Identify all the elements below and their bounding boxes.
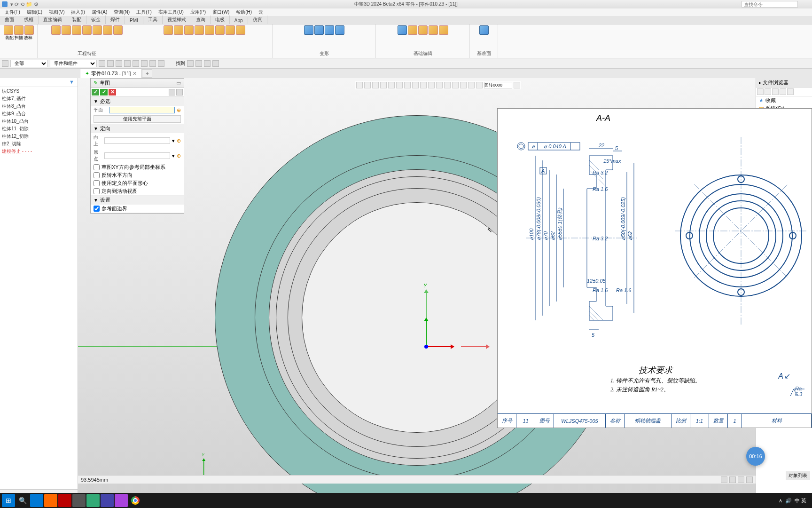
tb-btn[interactable]: [149, 60, 156, 67]
section-orient[interactable]: ▼ 定向: [91, 124, 184, 133]
dropdown-icon[interactable]: ▾: [172, 153, 175, 159]
rp-btn[interactable]: [780, 88, 786, 95]
tree-item[interactable]: 律2_切除: [0, 140, 78, 148]
status-btn[interactable]: [721, 476, 727, 483]
tab-weld[interactable]: 焊件: [106, 16, 125, 24]
command-search-input[interactable]: [742, 1, 798, 8]
dialog-title-bar[interactable]: ✎ 草图 ▭: [91, 79, 184, 88]
rp-btn[interactable]: [765, 88, 771, 95]
ribbon-item[interactable]: 放样: [24, 35, 32, 41]
tab-assembly[interactable]: 装配: [67, 16, 86, 24]
close-icon[interactable]: ✕: [133, 71, 137, 77]
tree-item[interactable]: 柱体9_凸台: [0, 110, 78, 118]
use-prev-plane-button[interactable]: 使用先前平面: [94, 115, 181, 123]
sketch-dialog[interactable]: ✎ 草图 ▭ ✓ ✓ ✕ ▼ 必选 平面 ⊕ 使用先前平面 ▼ 定向 向上 ▾⊕…: [90, 78, 184, 214]
filter-all-dropdown[interactable]: 全部: [10, 60, 48, 67]
ribbon-icon[interactable]: [103, 25, 112, 35]
dlg-help-btn[interactable]: [176, 89, 183, 95]
search-icon[interactable]: 🔍: [16, 494, 29, 507]
tb-btn[interactable]: [212, 60, 219, 67]
section-required[interactable]: ▼ 必选: [91, 97, 184, 106]
tab-pmi[interactable]: PMI: [125, 17, 143, 24]
tb-btn[interactable]: [107, 60, 114, 67]
check-reverse-h[interactable]: 反转水平方向: [91, 171, 184, 179]
tree-item[interactable]: 柱体8_凸台: [0, 103, 78, 110]
object-list-label[interactable]: 对象列表: [786, 471, 810, 480]
menu-edit[interactable]: 编辑(E): [24, 9, 45, 16]
tree-item[interactable]: 柱体7_基件: [0, 95, 78, 103]
tab-wire[interactable]: 线框: [19, 16, 39, 24]
vt-btn[interactable]: [364, 82, 371, 88]
menu-query[interactable]: 查询(N): [111, 9, 133, 16]
ribbon-icon[interactable]: [335, 25, 344, 35]
rp-btn[interactable]: [757, 88, 764, 95]
ribbon-icon[interactable]: [113, 25, 123, 35]
status-btn[interactable]: [729, 476, 736, 483]
menu-insert[interactable]: 插入(I): [68, 9, 87, 16]
task-app-icon[interactable]: [58, 494, 71, 507]
menu-view[interactable]: 视图(V): [46, 9, 67, 16]
tab-sim[interactable]: 仿真: [248, 16, 267, 24]
ribbon-icon[interactable]: [236, 25, 245, 35]
tray-icon[interactable]: 🔊: [785, 498, 792, 504]
tb-btn[interactable]: [187, 60, 194, 67]
picker-icon[interactable]: ⊕: [177, 107, 181, 113]
vt-btn[interactable]: [356, 82, 363, 88]
document-tab[interactable]: ✦ 零件010.Z3 - [11] ✕: [80, 69, 142, 79]
ribbon-icon[interactable]: [24, 25, 34, 35]
view-input[interactable]: [484, 82, 512, 88]
ok-button[interactable]: ✓: [92, 89, 99, 95]
ribbon-icon[interactable]: [164, 25, 173, 35]
check-ref-boundary[interactable]: 参考面边界: [91, 205, 184, 213]
ribbon-icon[interactable]: [304, 25, 313, 35]
windows-taskbar[interactable]: ⊞ 🔍 ∧ 🔊 中 英: [0, 493, 812, 508]
plane-input[interactable]: [109, 107, 175, 113]
up-input[interactable]: [104, 137, 170, 144]
tray-icon[interactable]: 中 英: [795, 497, 806, 504]
ribbon-icon[interactable]: [429, 25, 438, 35]
origin-input[interactable]: [104, 152, 170, 159]
system-tray[interactable]: ∧ 🔊 中 英: [775, 497, 810, 504]
tb-btn[interactable]: [133, 60, 139, 67]
task-app-icon[interactable]: [72, 494, 86, 507]
quick-access[interactable]: ▾ ⟳ ⟲ 📁 ⚙: [10, 1, 39, 8]
vt-btn[interactable]: [460, 82, 467, 88]
menu-attr[interactable]: 属性(A): [89, 9, 110, 16]
chrome-icon[interactable]: [129, 494, 142, 507]
vt-btn[interactable]: [476, 82, 483, 88]
ribbon-icon[interactable]: [174, 25, 183, 35]
tree-item[interactable]: 柱体12_切除: [0, 133, 78, 140]
vt-btn[interactable]: [444, 82, 451, 88]
tb-btn[interactable]: [2, 60, 8, 67]
vt-btn[interactable]: [388, 82, 395, 88]
ribbon-icon[interactable]: [215, 25, 225, 35]
ribbon-item[interactable]: 装配: [5, 35, 14, 41]
ribbon-icon[interactable]: [226, 25, 235, 35]
ribbon-icon[interactable]: [51, 25, 61, 35]
vt-btn[interactable]: [404, 82, 411, 88]
tab-visual[interactable]: 视觉样式: [163, 16, 191, 24]
tb-btn[interactable]: [141, 60, 148, 67]
dialog-menu-icon[interactable]: ▭: [176, 80, 181, 86]
vt-btn[interactable]: [468, 82, 475, 88]
picker-icon[interactable]: ⊕: [177, 138, 181, 144]
tab-tools[interactable]: 工具: [143, 16, 163, 24]
tb-btn[interactable]: [99, 60, 105, 67]
ribbon-icon[interactable]: [14, 25, 23, 35]
check-xy-local[interactable]: 草图XY方向参考局部坐标系: [91, 163, 184, 171]
section-settings[interactable]: ▼ 设置: [91, 196, 184, 205]
tb-btn[interactable]: [116, 60, 122, 67]
status-btn[interactable]: [746, 476, 753, 483]
filter-icon[interactable]: ▼: [69, 79, 76, 86]
start-button[interactable]: ⊞: [2, 494, 15, 507]
vt-btn[interactable]: [452, 82, 459, 88]
vt-btn[interactable]: [514, 82, 520, 88]
filter-type-dropdown[interactable]: 零件和组件: [50, 60, 97, 67]
tray-icon[interactable]: ∧: [779, 498, 782, 504]
fb-favorites[interactable]: ★收藏: [756, 96, 812, 104]
ribbon-icon[interactable]: [93, 25, 102, 35]
tb-btn[interactable]: [195, 60, 202, 67]
vt-btn[interactable]: [420, 82, 427, 88]
ribbon-icon[interactable]: [82, 25, 92, 35]
task-app-icon[interactable]: [44, 494, 57, 507]
